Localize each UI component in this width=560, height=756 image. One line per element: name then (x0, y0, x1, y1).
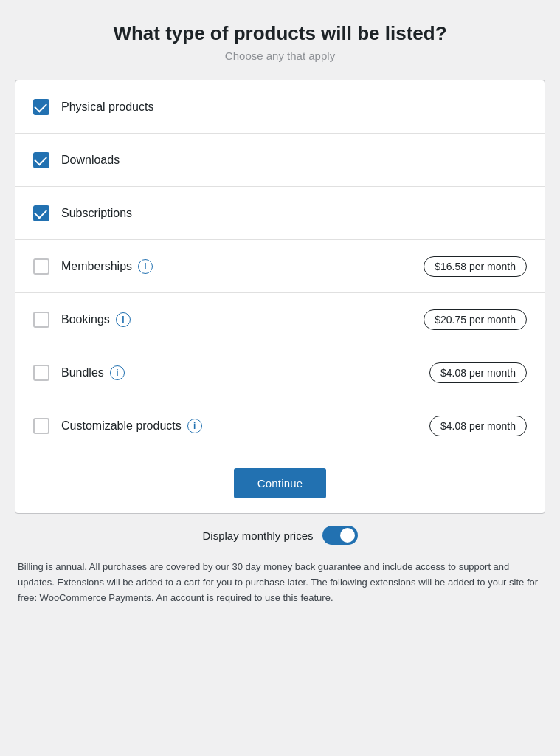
checkbox-subscriptions[interactable] (33, 205, 49, 221)
info-icon-memberships[interactable]: i (138, 259, 153, 274)
product-label-bundles: Bundles (61, 366, 104, 379)
info-icon-bookings[interactable]: i (116, 312, 131, 327)
product-label-customizable-products: Customizable products (61, 419, 182, 433)
billing-notice: Billing is annual. All purchases are cov… (15, 560, 545, 605)
product-item-memberships: Membershipsi$16.58 per month (15, 240, 545, 293)
page-wrapper: What type of products will be listed? Ch… (15, 22, 545, 605)
product-item-subscriptions: Subscriptions (15, 187, 545, 240)
toggle-row: Display monthly prices (15, 526, 545, 545)
price-badge-customizable-products: $4.08 per month (429, 416, 527, 436)
checkbox-wrapper-memberships[interactable]: Membershipsi (33, 258, 424, 275)
continue-button[interactable]: Continue (234, 468, 327, 498)
product-item-bundles: Bundlesi$4.08 per month (15, 346, 545, 399)
product-item-bookings: Bookingsi$20.75 per month (15, 293, 545, 346)
display-monthly-toggle[interactable] (322, 526, 358, 545)
price-badge-bookings: $20.75 per month (424, 309, 527, 330)
product-label-subscriptions: Subscriptions (61, 207, 132, 220)
checkbox-customizable-products[interactable] (33, 418, 49, 434)
product-label-memberships: Memberships (61, 260, 132, 273)
checkbox-wrapper-customizable-products[interactable]: Customizable productsi (33, 418, 429, 434)
product-item-physical-products: Physical products (15, 80, 545, 134)
checkbox-wrapper-physical-products[interactable]: Physical products (33, 99, 527, 115)
checkbox-memberships[interactable] (33, 258, 49, 275)
page-subtitle: Choose any that apply (15, 49, 545, 62)
checkbox-wrapper-downloads[interactable]: Downloads (33, 152, 527, 168)
continue-row: Continue (15, 453, 545, 513)
price-badge-memberships: $16.58 per month (424, 256, 527, 277)
info-icon-bundles[interactable]: i (110, 365, 125, 380)
toggle-label: Display monthly prices (202, 529, 313, 542)
checkbox-wrapper-subscriptions[interactable]: Subscriptions (33, 205, 527, 221)
product-item-customizable-products: Customizable productsi$4.08 per month (15, 399, 545, 453)
info-icon-customizable-products[interactable]: i (187, 419, 202, 433)
products-card: Physical productsDownloadsSubscriptionsM… (15, 80, 545, 514)
product-label-bookings: Bookings (61, 313, 110, 326)
product-label-downloads: Downloads (61, 154, 120, 167)
checkbox-wrapper-bookings[interactable]: Bookingsi (33, 312, 424, 328)
product-label-physical-products: Physical products (61, 100, 153, 114)
checkbox-wrapper-bundles[interactable]: Bundlesi (33, 365, 429, 381)
checkbox-bookings[interactable] (33, 312, 49, 328)
price-badge-bundles: $4.08 per month (429, 362, 527, 383)
checkbox-physical-products[interactable] (33, 99, 49, 115)
checkbox-downloads[interactable] (33, 152, 49, 168)
page-title: What type of products will be listed? (15, 22, 545, 45)
product-item-downloads: Downloads (15, 134, 545, 187)
checkbox-bundles[interactable] (33, 365, 49, 381)
